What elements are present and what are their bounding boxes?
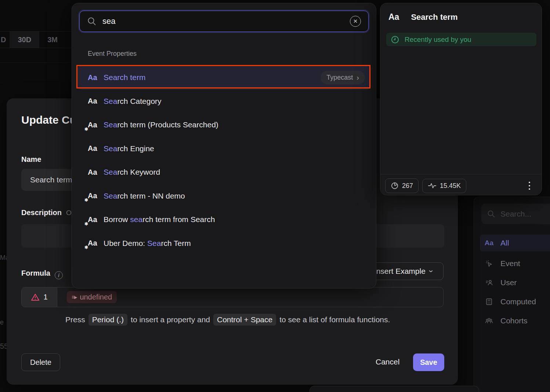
sidebar-search-input[interactable] bbox=[500, 210, 544, 218]
sidebar-item-cohorts[interactable]: Cohorts bbox=[480, 312, 550, 329]
section-header: Event Properties bbox=[88, 50, 137, 58]
time-range-button-3m[interactable]: 3M bbox=[39, 32, 66, 48]
result-search-term[interactable]: Aa Search term Typecast › bbox=[77, 66, 371, 90]
volume-stat[interactable]: 15.45K bbox=[422, 179, 466, 193]
time-range-toolbar: D 30D 3M bbox=[0, 32, 66, 48]
property-search-field[interactable]: ✕ bbox=[79, 11, 369, 32]
result-search-engine[interactable]: Aa Search Engine bbox=[77, 137, 371, 161]
background-panel-edge bbox=[310, 386, 479, 392]
result-uber-demo-search-term[interactable]: Aa✱ Uber Demo: Search Term bbox=[77, 232, 371, 255]
search-icon bbox=[87, 17, 97, 26]
result-borrow-search-term[interactable]: Aa✱ Borrow search term from Search bbox=[77, 208, 371, 232]
formula-label: Formulai bbox=[21, 269, 63, 279]
time-range-button-partial[interactable]: D bbox=[0, 32, 10, 48]
clock-icon bbox=[391, 35, 399, 44]
result-search-term-products-searched[interactable]: Aa✱ Search term (Products Searched) bbox=[77, 113, 371, 137]
modal-title: Update Cu bbox=[21, 114, 76, 126]
search-icon bbox=[487, 210, 495, 218]
sidebar-item-user[interactable]: User bbox=[480, 274, 550, 291]
time-range-button-30d[interactable]: 30D bbox=[10, 32, 39, 48]
formula-editor[interactable]: 1 ≡▸ undefined bbox=[21, 287, 444, 307]
kbd-period: Period (.) bbox=[88, 314, 127, 326]
property-search-input[interactable] bbox=[102, 17, 344, 26]
text-property-icon: Aa bbox=[484, 239, 494, 247]
sidebar-item-label: Event bbox=[500, 259, 520, 268]
activity-icon bbox=[428, 182, 437, 189]
custom-property-icon: Aa✱ bbox=[88, 239, 104, 247]
divider bbox=[0, 48, 72, 48]
divider bbox=[0, 62, 72, 63]
property-search-dropdown: ✕ Event Properties Aa Search term Typeca… bbox=[72, 3, 376, 288]
custom-property-icon: Aa✱ bbox=[88, 192, 104, 200]
chart-axis-fragment: e bbox=[0, 319, 4, 326]
user-icon bbox=[484, 279, 494, 287]
result-search-category[interactable]: Aa Search Category bbox=[77, 90, 371, 113]
divider bbox=[380, 174, 542, 174]
text-property-icon: Aa bbox=[88, 144, 104, 153]
kbd-control-space: Control + Space bbox=[213, 314, 276, 326]
name-value: Search term bbox=[30, 175, 72, 184]
save-button[interactable]: Save bbox=[413, 353, 444, 371]
sidebar-item-event[interactable]: Event bbox=[480, 255, 550, 272]
chevron-right-icon: › bbox=[357, 76, 359, 79]
pie-chart-icon bbox=[391, 182, 399, 190]
app-canvas: D 30D 3M May e 55 Aa All Event User bbox=[0, 0, 550, 392]
text-property-icon: Aa bbox=[88, 168, 104, 177]
clear-icon[interactable]: ✕ bbox=[350, 16, 361, 27]
delete-button[interactable]: Delete bbox=[21, 353, 60, 371]
result-search-keyword[interactable]: Aa Search Keyword bbox=[77, 160, 371, 184]
search-results-list: Aa Search term Typecast › Aa Search Cate… bbox=[77, 66, 371, 255]
result-search-term-nn-demo[interactable]: Aa✱ Search term - NN demo bbox=[77, 184, 371, 208]
event-icon bbox=[484, 259, 494, 268]
computed-icon bbox=[484, 298, 494, 306]
error-count: 1 bbox=[43, 293, 47, 301]
sidebar-search-field[interactable] bbox=[481, 204, 550, 224]
sidebar-item-computed[interactable]: Computed bbox=[480, 293, 550, 310]
sidebar-item-label: Cohorts bbox=[500, 316, 528, 325]
text-property-icon: Aa bbox=[88, 73, 104, 82]
text-property-icon: Aa bbox=[388, 12, 399, 22]
property-title: Search term bbox=[411, 12, 457, 22]
typecast-button[interactable]: Typecast › bbox=[321, 71, 365, 84]
sidebar-item-label: User bbox=[500, 278, 517, 287]
recently-used-badge: Recently used by you bbox=[386, 33, 536, 46]
undefined-token[interactable]: ≡▸ undefined bbox=[67, 291, 117, 303]
formula-token-icon: ≡▸ bbox=[72, 294, 76, 301]
formula-hint: Press Period (.) to insert a property an… bbox=[65, 314, 390, 326]
info-icon[interactable]: i bbox=[55, 271, 63, 279]
custom-property-icon: Aa✱ bbox=[88, 215, 104, 224]
name-label: Name bbox=[21, 155, 41, 164]
chevron-down-icon: › bbox=[426, 270, 436, 272]
sidebar-item-all[interactable]: Aa All bbox=[480, 235, 550, 251]
cardinality-stat[interactable]: 267 bbox=[385, 178, 419, 193]
cohorts-icon bbox=[484, 317, 494, 325]
custom-property-icon: Aa✱ bbox=[88, 121, 104, 129]
text-property-icon: Aa bbox=[88, 97, 104, 105]
formula-error-counter: 1 bbox=[22, 287, 57, 307]
sidebar-item-label: All bbox=[500, 239, 509, 247]
cancel-button[interactable]: Cancel bbox=[376, 357, 399, 366]
property-type-sidebar: Aa All Event User Computed Cohorts bbox=[474, 197, 550, 392]
warning-icon bbox=[31, 293, 40, 301]
sidebar-item-label: Computed bbox=[500, 297, 536, 306]
kebab-menu-icon[interactable] bbox=[526, 180, 533, 191]
property-details-panel: Aa Search term Recently used by you 267 … bbox=[380, 3, 542, 195]
